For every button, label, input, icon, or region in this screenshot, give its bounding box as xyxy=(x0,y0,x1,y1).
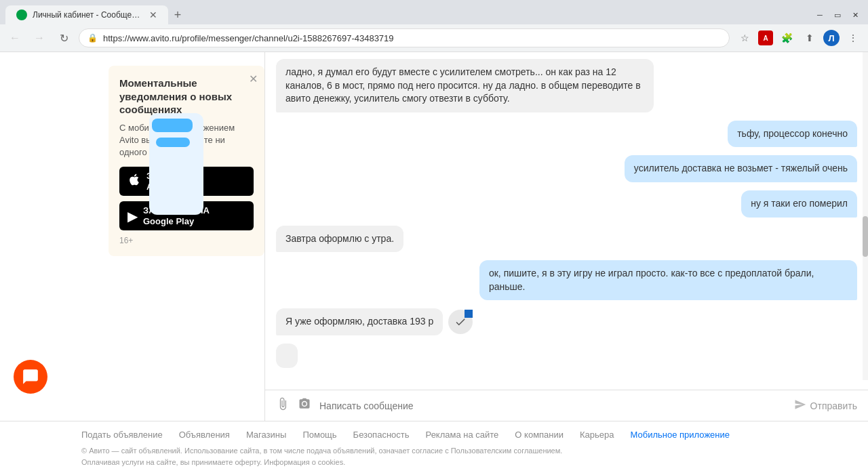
chat-wrapper: ✕ Моментальные уведомления о новых сообщ… xyxy=(0,52,868,421)
message-bubble-7: Я уже оформляю, доставка 193 р xyxy=(276,308,443,335)
message-bubble-2: тьфу, процессор конечно xyxy=(728,121,857,148)
lock-icon: 🔒 xyxy=(87,33,98,43)
message-4: ну я таки его померил xyxy=(276,190,857,218)
message-7: Я уже оформляю, доставка 193 р xyxy=(276,308,857,335)
address-bar[interactable]: 🔒 https://www.avito.ru/profile/messenger… xyxy=(79,28,730,47)
ad-panel: ✕ Моментальные уведомления о новых сообщ… xyxy=(0,52,264,421)
input-area: Отправить xyxy=(265,390,868,421)
bookmark-icon[interactable]: ☆ xyxy=(735,28,754,47)
tick-indicator xyxy=(448,310,473,334)
message-2: тьфу, процессор конечно xyxy=(276,121,857,148)
tab-favicon xyxy=(16,9,27,20)
new-tab-button[interactable]: + xyxy=(168,5,187,24)
phone-bubble-1 xyxy=(152,119,193,132)
window-controls: ─ ▭ ✕ xyxy=(812,10,863,20)
browser-chrome: Личный кабинет - Сообщения - А... ✕ + ─ … xyxy=(0,0,868,52)
message-bubble-3: усилитель доставка не возьмет - тяжелый … xyxy=(625,155,857,182)
footer-link[interactable]: Магазины xyxy=(246,430,287,440)
tab-title: Личный кабинет - Сообщения - А... xyxy=(33,10,144,20)
phone-bubble-2 xyxy=(156,138,190,147)
messages-container[interactable]: ладно, я думал его будут вместе с усилит… xyxy=(265,52,868,390)
google-play-icon: ▶ xyxy=(127,208,138,224)
footer-link[interactable]: Мобильное приложение xyxy=(631,430,730,440)
profile-icon[interactable]: Л xyxy=(823,30,840,46)
footer-link[interactable]: Реклама на сайте xyxy=(426,430,499,440)
back-button[interactable]: ← xyxy=(5,28,24,47)
close-window-button[interactable]: ✕ xyxy=(848,10,863,20)
url-text: https://www.avito.ru/profile/messenger/c… xyxy=(103,33,721,43)
chat-area: ладно, я думал его будут вместе с усилит… xyxy=(264,52,868,421)
partial-message-bubble xyxy=(276,344,298,368)
message-input[interactable] xyxy=(319,400,786,411)
active-tab[interactable]: Личный кабинет - Сообщения - А... ✕ xyxy=(5,5,168,24)
apple-icon xyxy=(127,173,141,190)
maximize-button[interactable]: ▭ xyxy=(830,10,845,20)
phone-screen xyxy=(149,113,203,215)
forward-button[interactable]: → xyxy=(30,28,49,47)
footer-links: Подать объявлениеОбъявленияМагазиныПомощ… xyxy=(81,430,787,440)
send-icon xyxy=(794,398,806,413)
ad-title: Моментальные уведомления о новых сообщен… xyxy=(119,77,254,117)
attach-button[interactable] xyxy=(276,397,290,414)
footer: Подать объявлениеОбъявленияМагазиныПомощ… xyxy=(0,421,868,475)
footer-link[interactable]: Подать объявление xyxy=(81,430,163,440)
send-label: Отправить xyxy=(810,400,857,411)
message-bubble-1: ладно, я думал его будут вместе с усилит… xyxy=(276,59,654,112)
extension2-icon[interactable]: ⬆ xyxy=(800,28,819,47)
footer-link[interactable]: Объявления xyxy=(179,430,230,440)
message-5: Завтра оформлю с утра. xyxy=(276,226,857,253)
partial-message-container xyxy=(276,344,857,374)
phone-mockup xyxy=(149,113,203,215)
message-3: усилитель доставка не возьмет - тяжелый … xyxy=(276,155,857,182)
tab-bar: Личный кабинет - Сообщения - А... ✕ + ─ … xyxy=(0,0,868,24)
avito-icon[interactable]: A xyxy=(758,30,773,45)
message-1: ладно, я думал его будут вместе с усилит… xyxy=(276,59,857,112)
scrollbar-thumb[interactable] xyxy=(863,216,868,257)
blue-dot xyxy=(465,310,473,318)
menu-icon[interactable]: ⋮ xyxy=(844,28,863,47)
message-bubble-4: ну я таки его померил xyxy=(741,190,857,218)
message-bubble-5: Завтра оформлю с утра. xyxy=(276,226,403,253)
message-bubble-6: ок, пишите, я в эту игру не играл просто… xyxy=(479,260,857,300)
minimize-button[interactable]: ─ xyxy=(812,10,827,20)
footer-link[interactable]: Безопасность xyxy=(353,430,410,440)
footer-link[interactable]: Помощь xyxy=(302,430,336,440)
age-label: 16+ xyxy=(119,236,254,245)
reload-button[interactable]: ↻ xyxy=(54,28,73,47)
tab-close-button[interactable]: ✕ xyxy=(149,9,157,20)
page: ✕ Моментальные уведомления о новых сообщ… xyxy=(0,52,868,475)
ad-close-button[interactable]: ✕ xyxy=(249,73,258,85)
scrollbar-track[interactable] xyxy=(863,52,868,380)
footer-link[interactable]: О компании xyxy=(515,430,564,440)
footer-link[interactable]: Карьера xyxy=(580,430,614,440)
message-6: ок, пишите, я в эту игру не играл просто… xyxy=(276,260,857,300)
notification-float-icon xyxy=(14,360,47,394)
toolbar-icons: ☆ A 🧩 ⬆ Л ⋮ xyxy=(735,28,863,47)
send-button[interactable]: Отправить xyxy=(794,398,857,413)
camera-button[interactable] xyxy=(298,397,311,414)
address-bar-row: ← → ↻ 🔒 https://www.avito.ru/profile/mes… xyxy=(0,24,868,51)
footer-copyright: © Авито — сайт объявлений. Использование… xyxy=(81,445,787,468)
extension-icon[interactable]: 🧩 xyxy=(777,28,796,47)
